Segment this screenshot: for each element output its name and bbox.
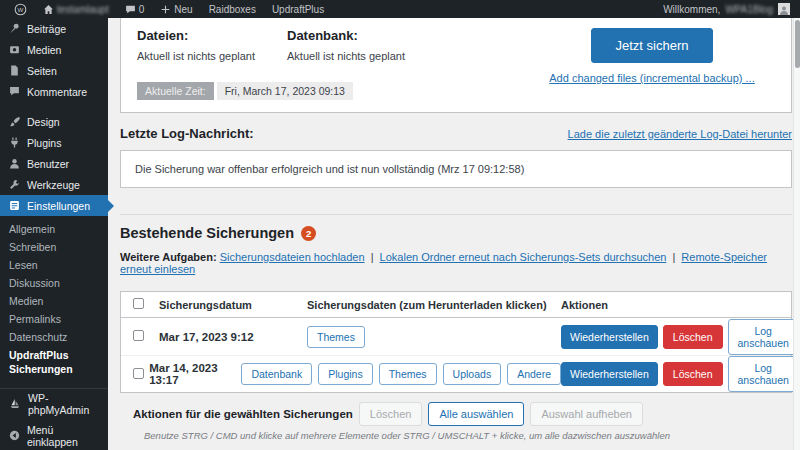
- table-header-row: Sicherungsdatum Sicherungsdaten (zum Her…: [121, 292, 791, 318]
- download-uploads-button[interactable]: Uploads: [443, 363, 502, 385]
- new-content-menu[interactable]: Neu: [154, 0, 198, 18]
- welcome-label: Willkommen,: [663, 4, 720, 15]
- more-tasks-label: Weitere Aufgaben:: [120, 251, 217, 263]
- sidebar-item-label: Kommentare: [27, 86, 87, 98]
- existing-backups-heading: Bestehende Sicherungen: [120, 225, 294, 241]
- delete-button[interactable]: Löschen: [663, 362, 723, 386]
- sidebar-item-pages[interactable]: Seiten: [0, 60, 108, 81]
- new-label: Neu: [174, 4, 192, 15]
- view-log-button[interactable]: Log anschauen: [728, 319, 799, 355]
- media-icon: [9, 44, 20, 55]
- comment-icon: [9, 86, 20, 97]
- select-row-checkbox[interactable]: [133, 368, 144, 379]
- submenu-item-updraftplus[interactable]: UpdraftPlus Sicherungen: [0, 346, 80, 378]
- sidebar-item-label: Design: [27, 116, 60, 128]
- download-others-button[interactable]: Andere: [507, 363, 561, 385]
- bulk-actions-label: Aktionen für die gewählten Sicherungen: [133, 408, 353, 420]
- select-all-checkbox[interactable]: [133, 298, 144, 309]
- submenu-item-reading[interactable]: Lesen: [0, 256, 108, 274]
- sidebar-item-posts[interactable]: Beiträge: [0, 18, 108, 39]
- download-themes-button[interactable]: Themes: [379, 363, 437, 385]
- sidebar-item-label: Menü einklappen: [27, 424, 99, 448]
- site-name-link[interactable]: testamlaupt: [37, 0, 115, 18]
- download-database-button[interactable]: Datenbank: [241, 363, 312, 385]
- current-time-label: Aktuelle Zeit:: [137, 82, 214, 100]
- sidebar-item-label: Werkzeuge: [27, 179, 80, 191]
- separator-pipe: |: [371, 251, 374, 263]
- sidebar-item-users[interactable]: Benutzer: [0, 153, 108, 174]
- submenu-item-privacy[interactable]: Datenschutz: [0, 328, 108, 346]
- comments-shortcut[interactable]: 0: [119, 0, 151, 18]
- restore-button[interactable]: Wiederherstellen: [561, 325, 658, 349]
- database-status: Aktuell ist nichts geplant: [287, 50, 437, 62]
- updraftplus-menu[interactable]: UpdraftPlus: [266, 0, 330, 18]
- pages-icon: [9, 65, 20, 76]
- download-themes-button[interactable]: Themes: [307, 326, 365, 348]
- boat-icon: [9, 398, 21, 409]
- avatar: [778, 3, 790, 15]
- sidebar-item-label: Seiten: [27, 65, 57, 77]
- home-icon: [43, 4, 54, 15]
- files-label: Dateien:: [137, 28, 287, 43]
- comments-count: 0: [139, 4, 145, 15]
- submenu-item-writing[interactable]: Schreiben: [0, 238, 108, 256]
- submenu-item-discussion[interactable]: Diskussion: [0, 274, 108, 292]
- wrench-icon: [9, 179, 20, 190]
- wordpress-logo-icon[interactable]: W: [8, 0, 33, 18]
- backups-table: Sicherungsdatum Sicherungsdaten (zum Her…: [120, 291, 792, 393]
- view-log-button[interactable]: Log anschauen: [728, 356, 799, 392]
- site-name: testamlaupt: [57, 4, 109, 15]
- sidebar-item-label: Beiträge: [27, 23, 66, 35]
- user-icon: [9, 158, 20, 169]
- sidebar-item-settings[interactable]: Einstellungen: [0, 195, 108, 216]
- download-plugins-button[interactable]: Plugins: [318, 363, 372, 385]
- submenu-item-general[interactable]: Allgemein: [0, 220, 108, 238]
- scrollbar-thumb[interactable]: [795, 20, 800, 68]
- submenu-item-permalinks[interactable]: Permalinks: [0, 310, 108, 328]
- page-scrollbar[interactable]: [793, 18, 800, 450]
- avatar-person-icon: [779, 5, 789, 15]
- sidebar-item-design[interactable]: Design: [0, 111, 108, 132]
- header-backup-data: Sicherungsdaten (zum Herunterladen klick…: [307, 299, 561, 311]
- database-label: Datenbank:: [287, 28, 437, 43]
- plus-icon: [160, 4, 171, 15]
- sidebar-item-tools[interactable]: Werkzeuge: [0, 174, 108, 195]
- submenu-item-media[interactable]: Medien: [0, 292, 108, 310]
- raidboxes-menu[interactable]: Raidboxes: [203, 0, 262, 18]
- incremental-backup-link[interactable]: Add changed files (incremental backup) .…: [549, 72, 754, 84]
- delete-button[interactable]: Löschen: [663, 325, 723, 349]
- restore-button[interactable]: Wiederherstellen: [561, 362, 658, 386]
- sidebar-item-label: Benutzer: [27, 158, 69, 170]
- sidebar-item-plugins[interactable]: Plugins: [0, 132, 108, 153]
- bulk-delete-button[interactable]: Löschen: [359, 402, 423, 426]
- sidebar-item-comments[interactable]: Kommentare: [0, 81, 108, 102]
- table-row: Mar 17, 2023 9:12 Themes Wiederherstelle…: [121, 318, 791, 355]
- sidebar-item-phpmyadmin[interactable]: WP-phpMyAdmin: [0, 393, 108, 414]
- account-menu[interactable]: Willkommen, WPA1Blog: [663, 3, 800, 15]
- current-time: Aktuelle Zeit: Fri, March 17, 2023 09:13: [137, 82, 353, 100]
- files-status: Aktuell ist nichts geplant: [137, 50, 287, 62]
- section-divider: [120, 214, 792, 215]
- collapse-menu-button[interactable]: Menü einklappen: [0, 425, 108, 446]
- select-row-checkbox[interactable]: [133, 330, 144, 341]
- last-log-heading: Letzte Log-Nachricht:: [120, 126, 254, 141]
- settings-submenu: Allgemein Schreiben Lesen Diskussion Med…: [0, 216, 108, 384]
- backup-date: Mar 17, 2023 9:12: [159, 331, 307, 343]
- last-log-message: Die Sicherung war offenbar erfolgreich u…: [135, 163, 524, 175]
- download-log-link[interactable]: Lade die zuletzt geänderte Log-Datei her…: [568, 128, 792, 140]
- last-log-message-box: Die Sicherung war offenbar erfolgreich u…: [120, 150, 792, 188]
- select-all-button[interactable]: Alle auswählen: [428, 402, 524, 426]
- admin-bar: W testamlaupt 0 Neu Raidboxes UpdraftPlu…: [0, 0, 800, 18]
- backup-now-button[interactable]: Jetzt sichern: [591, 28, 714, 63]
- admin-sidebar: Beiträge Medien Seiten Kommentare Design…: [0, 18, 108, 450]
- sidebar-item-label: WP-phpMyAdmin: [28, 392, 99, 416]
- upload-backup-link[interactable]: Sicherungsdateien hochladen: [220, 251, 365, 263]
- deselect-button[interactable]: Auswahl aufheben: [530, 402, 643, 426]
- separator-pipe: |: [672, 251, 675, 263]
- sidebar-item-media[interactable]: Medien: [0, 39, 108, 60]
- rescan-folder-link[interactable]: Lokalen Ordner erneut nach Sicherungs-Se…: [380, 251, 667, 263]
- sidebar-separator: [0, 388, 108, 389]
- backup-date: Mar 14, 2023 13:17: [149, 362, 241, 386]
- user-name: WPA1Blog: [725, 4, 773, 15]
- sidebar-item-label: Einstellungen: [27, 200, 90, 212]
